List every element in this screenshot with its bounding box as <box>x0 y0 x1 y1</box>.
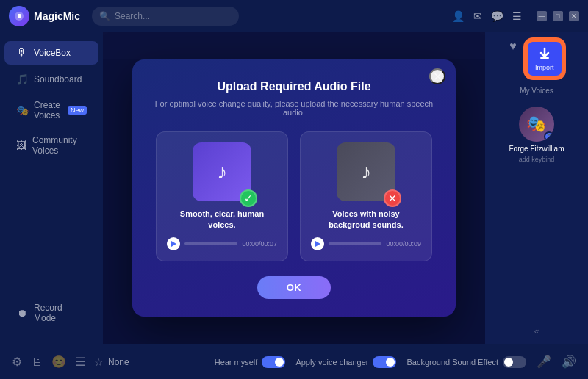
music-note-icon: ♪ <box>217 160 227 184</box>
app-name: MagicMic <box>34 10 80 22</box>
apply-voice-group: Apply voice changer <box>295 356 396 368</box>
sidebar-item-community-label: Community Voices <box>32 135 87 156</box>
apply-voice-toggle[interactable] <box>373 356 396 368</box>
import-arrow-icon <box>537 46 552 61</box>
voice-keybind[interactable]: add keybind <box>519 156 555 163</box>
bg-sound-knob <box>504 358 513 367</box>
modal-subtitle: For optimal voice change quality, please… <box>153 99 435 117</box>
user-icon[interactable]: 👤 <box>452 10 465 22</box>
window-controls: — □ ✕ <box>537 11 579 21</box>
good-label: Smooth, clear, human voices. <box>167 209 277 230</box>
good-play-button[interactable] <box>167 237 180 250</box>
import-label: Import <box>535 64 554 71</box>
bottom-none: ☆ None <box>94 356 129 368</box>
search-box[interactable]: 🔍 Search... <box>92 7 239 26</box>
heart-icon[interactable]: ♥ <box>509 40 517 78</box>
search-icon: 🔍 <box>99 11 110 21</box>
sidebar: 🎙 VoiceBox 🎵 Soundboard 🎭 Create Voices … <box>0 32 103 344</box>
play-triangle-icon-2 <box>315 241 320 247</box>
create-voices-icon: 🎭 <box>16 104 28 116</box>
sidebar-item-create-voices[interactable]: 🎭 Create Voices New <box>4 94 98 126</box>
avatar-image: 🎭 <box>526 115 546 134</box>
right-panel: ♥ Import My Voices 🎭 🎵 Forge Fitzwilliam… <box>485 32 588 344</box>
ok-button[interactable]: OK <box>257 276 331 299</box>
bad-play-button[interactable] <box>311 237 324 250</box>
hear-myself-group: Hear myself <box>215 356 286 368</box>
menu-icon[interactable]: ☰ <box>512 10 522 22</box>
chat-icon[interactable]: 💬 <box>491 10 503 22</box>
close-button[interactable]: ✕ <box>569 11 579 21</box>
svg-rect-1 <box>540 57 549 59</box>
display-icon[interactable]: 🖥 <box>31 355 43 369</box>
logo-icon <box>9 6 29 26</box>
modal-overlay: ✕ Upload Required Audio File For optimal… <box>103 32 485 344</box>
bottom-controls: Hear myself Apply voice changer Backgrou… <box>215 355 576 369</box>
sidebar-item-record-label: Record Mode <box>34 303 87 323</box>
soundboard-icon: 🎵 <box>16 73 28 85</box>
hear-myself-toggle[interactable] <box>262 356 285 368</box>
sidebar-item-voicebox-label: VoiceBox <box>34 48 71 58</box>
audio-option-cards: ♪ ✓ Smooth, clear, human voices. 00:00/0 <box>153 131 435 261</box>
bad-time-label: 00:00/00:09 <box>386 240 421 248</box>
voice-avatar[interactable]: 🎭 🎵 <box>519 107 554 142</box>
bad-progress-bar <box>329 242 381 245</box>
sidebar-item-voicebox[interactable]: 🎙 VoiceBox <box>4 41 98 65</box>
right-panel-expand-button[interactable]: « <box>534 326 539 336</box>
modal-title: Upload Required Audio File <box>153 80 435 93</box>
bad-player: 00:00/00:09 <box>311 237 421 250</box>
apply-voice-label: Apply voice changer <box>295 358 368 367</box>
bad-status-badge: ✕ <box>384 190 401 207</box>
record-icon: ⏺ <box>16 307 28 319</box>
good-progress-bar <box>184 242 237 245</box>
import-button[interactable]: Import <box>526 40 564 78</box>
star-icon: ☆ <box>94 356 104 368</box>
titlebar-actions: 👤 ✉ 💬 ☰ — □ ✕ <box>452 10 579 22</box>
good-player: 00:00/00:07 <box>167 237 277 250</box>
voice-card: 🎭 🎵 Forge Fitzwilliam add keybind <box>509 107 564 163</box>
voicebox-icon: 🎙 <box>16 47 28 59</box>
bad-audio-card[interactable]: ♪ ✕ Voices with noisy backgroud sounds. <box>300 131 432 261</box>
good-thumb: ♪ ✓ <box>193 142 251 201</box>
bottom-settings-row: ⚙ 🖥 😊 ☰ <box>12 347 85 377</box>
upload-audio-modal: ✕ Upload Required Audio File For optimal… <box>132 59 456 317</box>
bg-sound-toggle[interactable] <box>503 356 526 368</box>
avatar-badge: 🎵 <box>544 131 554 142</box>
bg-sound-label: Background Sound Effect <box>406 358 498 367</box>
mic-icon[interactable]: 🎤 <box>537 355 551 369</box>
settings-icon[interactable]: ⚙ <box>12 355 22 369</box>
none-label: None <box>108 357 129 367</box>
sidebar-item-soundboard[interactable]: 🎵 Soundboard <box>4 68 98 91</box>
play-triangle-icon <box>171 241 176 247</box>
bg-sound-group: Background Sound Effect <box>406 356 526 368</box>
apply-voice-knob <box>386 358 395 367</box>
music-note-icon-2: ♪ <box>361 160 371 184</box>
mail-icon[interactable]: ✉ <box>473 10 482 22</box>
speaker-icon[interactable]: 🔊 <box>562 355 576 369</box>
app-logo: MagicMic <box>9 6 80 26</box>
sidebar-item-community-voices[interactable]: 🖼 Community Voices <box>4 129 98 162</box>
main-content: ✕ Upload Required Audio File For optimal… <box>103 32 485 344</box>
maximize-button[interactable]: □ <box>553 11 563 21</box>
bad-label: Voices with noisy backgroud sounds. <box>311 209 421 230</box>
list-icon[interactable]: ☰ <box>75 355 85 369</box>
sidebar-bottom: ⏺ Record Mode <box>0 291 103 335</box>
good-time-label: 00:00/00:07 <box>242 240 277 248</box>
hear-myself-label: Hear myself <box>215 358 258 367</box>
minimize-button[interactable]: — <box>537 11 547 21</box>
app-body: 🎙 VoiceBox 🎵 Soundboard 🎭 Create Voices … <box>0 32 588 344</box>
right-panel-top: ♥ Import <box>491 40 582 78</box>
emoji-icon[interactable]: 😊 <box>51 355 66 369</box>
bottom-bar: ⚙ 🖥 😊 ☰ ☆ None Hear myself Apply voice c… <box>0 344 588 379</box>
sidebar-item-create-label: Create Voices <box>34 100 60 120</box>
my-voices-label: My Voices <box>520 87 553 95</box>
titlebar: MagicMic 🔍 Search... 👤 ✉ 💬 ☰ — □ ✕ <box>0 0 588 32</box>
bad-thumb: ♪ ✕ <box>337 142 395 201</box>
modal-close-button[interactable]: ✕ <box>429 68 445 84</box>
good-status-badge: ✓ <box>240 190 257 207</box>
sidebar-item-record-mode[interactable]: ⏺ Record Mode <box>4 297 98 329</box>
good-audio-card[interactable]: ♪ ✓ Smooth, clear, human voices. 00:00/0 <box>156 131 288 261</box>
voice-name: Forge Fitzwilliam <box>509 145 564 153</box>
community-icon: 🖼 <box>16 140 26 151</box>
hear-myself-knob <box>275 358 284 367</box>
search-placeholder: Search... <box>115 11 150 21</box>
